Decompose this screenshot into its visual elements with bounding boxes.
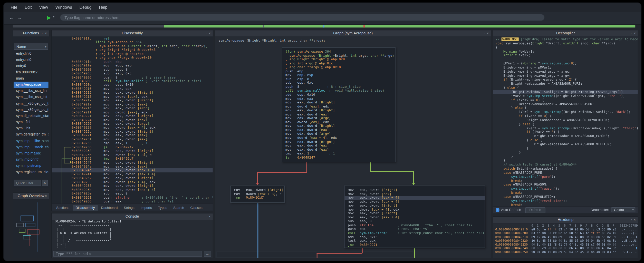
code-line[interactable]: sym.imp.printf("pure"); — [493, 175, 638, 179]
popout-icon[interactable]: ▫ — [630, 30, 633, 36]
code-line[interactable]: mov dword [eax], edx — [282, 104, 395, 108]
code-line[interactable]: Bright->morning->saved_argc = argc; — [493, 70, 638, 74]
code-line[interactable]: mov edx, dword [eax + 4] — [344, 200, 485, 204]
code-line[interactable]: } — [493, 151, 638, 155]
tab-imports[interactable]: Imports — [138, 205, 155, 210]
code-line[interactable]: jmp 0x80492d7 — [231, 196, 284, 200]
code-line[interactable]: Bright->ambassador = AMBASSADOR_REVOLUTI… — [493, 118, 638, 122]
code-line[interactable]: Bright->morning->saved_argv = argv; — [493, 74, 638, 78]
graph-view[interactable]: sym.Aeropause (Bright *Bright, int argc,… — [215, 36, 491, 258]
code-line[interactable]: (fcn) sym.Aeropause 364 — [282, 50, 395, 54]
function-list-item[interactable]: main — [14, 75, 49, 82]
function-list-item[interactable]: fcn.080490c7 — [14, 69, 49, 75]
code-line[interactable]: } — [493, 154, 638, 159]
code-line[interactable]: sub esp, 8 — [344, 219, 485, 223]
function-list-item[interactable]: sym.imp.printf — [14, 157, 49, 163]
code-line[interactable]: mov dword [eax + 4], edx — [282, 136, 395, 140]
code-line[interactable]: cmp eax, 1 ; 1 — [282, 152, 395, 155]
code-line[interactable]: Bright->ambassador = AMBASSADOR_PURE; — [493, 82, 638, 86]
tab-dashboard[interactable]: Dashboard — [98, 205, 120, 210]
code-line[interactable]: Bright->morning = pMVar1; — [493, 66, 638, 70]
code-line[interactable]: Bright->ambassador = AMBASSADOR_ECHOES; — [493, 134, 638, 139]
close-icon[interactable]: × — [633, 217, 637, 223]
code-line[interactable]: ; arg int argc @ ebp+0xc — [282, 61, 395, 65]
function-list-item[interactable]: entry.init0 — [14, 57, 49, 63]
function-list-item[interactable]: sym.deregister_tm_clones — [14, 132, 49, 138]
function-list-item[interactable]: sym.__libc_csu_init — [14, 94, 49, 100]
menu-debug[interactable]: Debug — [76, 3, 95, 12]
code-line[interactable]: mov ebp, esp — [282, 73, 395, 77]
menu-edit[interactable]: Edit — [21, 3, 35, 12]
address-search-input[interactable] — [60, 14, 545, 21]
popout-icon[interactable]: ▫ — [483, 30, 486, 36]
disassembly-titlebar[interactable]: Disassembly ▫× — [52, 30, 213, 37]
code-line[interactable]: call sym.imp.malloc ; void *malloc(size_… — [282, 89, 395, 93]
code-line[interactable]: push 8 ; 8 ; size_t size — [282, 85, 395, 89]
hexdump-row[interactable]: 0x0000000008049230 00 8b 00 83 f8 01 77 … — [493, 243, 638, 247]
console-command-input[interactable] — [53, 251, 202, 257]
code-line[interactable]: if (iVar2 == 0) { — [493, 114, 638, 118]
code-line[interactable]: iVar2 = sym.imp.strcmp((Bright->window).… — [493, 94, 638, 98]
close-icon[interactable]: × — [633, 30, 637, 36]
auto-refresh-checkbox[interactable]: ✓ — [496, 208, 499, 212]
graph-overview-titlebar[interactable]: Graph Overview ▫× — [13, 193, 49, 200]
hexdump-row[interactable]: 0x0000000008049250 50 04 8b 45 08 89 50 … — [493, 250, 638, 254]
decompiler-engine-select[interactable]: Ghidra ▾ — [611, 207, 635, 212]
function-list-item[interactable]: sym.__x86.get_pc_thunk.bx — [14, 107, 49, 113]
function-list-item[interactable]: sym.imp.strcmp — [14, 163, 49, 169]
code-line[interactable]: int32_t iVar2; — [493, 54, 638, 58]
code-line[interactable]: jne 0x804927f — [344, 243, 485, 247]
function-list-item[interactable]: sym.__x86.get_pc_thunk.bp — [14, 100, 49, 106]
function-list-item[interactable]: sym.dl_relocate_static_pie — [14, 113, 49, 119]
code-line[interactable]: ; arg char **argv @ ebp+0x10 — [282, 65, 395, 69]
back-button[interactable]: ← — [8, 14, 15, 21]
tab-search[interactable]: Search — [170, 205, 187, 210]
functions-sort-header[interactable]: Name ▾ — [14, 44, 48, 50]
decompiler-titlebar[interactable]: Decompiler ▫× — [493, 30, 638, 37]
menu-view[interactable]: View — [35, 3, 52, 12]
code-line[interactable]: mov eax, dword [Bright] — [282, 140, 395, 144]
code-line[interactable]: mov eax, dword [eax] — [282, 148, 395, 151]
graph-scrollbar[interactable] — [216, 252, 413, 257]
code-line[interactable]: break; — [493, 179, 638, 183]
code-line[interactable]: mov eax, dword [Bright] — [231, 188, 284, 192]
tab-strings[interactable]: Strings — [121, 205, 137, 210]
functions-panel-titlebar[interactable]: Functions ▫× — [13, 30, 49, 37]
code-line[interactable]: mov dword [eax], edx — [282, 120, 395, 124]
code-line[interactable]: mov eax, dword [eax + 4] — [344, 196, 485, 200]
forward-button[interactable]: → — [16, 14, 23, 21]
code-line[interactable]: 0x08049266 push eax ; const char *s1 — [52, 200, 213, 203]
tab-types[interactable]: Types — [155, 205, 170, 210]
function-list-item[interactable]: sym._fini — [14, 119, 49, 125]
code-line[interactable]: Morning *pMVar1; — [493, 50, 638, 54]
tab-classes[interactable]: Classes — [187, 205, 205, 210]
code-line[interactable]: sym.Aeropause (Bright *Bright, int argc,… — [282, 54, 395, 57]
code-line[interactable]: iVar2 = sym.imp.strcmp((Bright->window).… — [493, 110, 638, 114]
code-line[interactable]: case AMBASSADOR_REVOLUTION: — [493, 195, 638, 199]
popout-icon[interactable]: ▫ — [41, 193, 44, 199]
code-line[interactable]: pMVar1 = (Morning *)sym.imp.malloc(8); — [493, 62, 638, 66]
code-line[interactable]: sym.imp.printf("reason"); — [493, 187, 638, 191]
refresh-button[interactable]: Refresh — [525, 207, 545, 213]
code-line[interactable]: sym.imp.printf("revolution"); — [493, 199, 638, 203]
console-titlebar[interactable]: Console ▫× — [52, 213, 213, 220]
code-line[interactable]: mov eax, dword [eax] — [344, 192, 485, 196]
menu-windows[interactable]: Windows — [52, 3, 76, 12]
tab-disassembly[interactable]: Disassembly — [73, 205, 98, 210]
code-line[interactable]: sub esp, 0xc — [282, 81, 395, 85]
popout-icon[interactable]: ▫ — [205, 213, 208, 220]
hexdump-row[interactable]: 0x00000000080491f0 e8 6b fe ff ff 83 c4 … — [493, 228, 638, 231]
menu-file[interactable]: File — [7, 3, 21, 12]
code-line[interactable]: } — [493, 147, 638, 151]
function-list-item[interactable]: entry0 — [14, 63, 49, 69]
debug-start-icon[interactable]: ▶ — [47, 14, 51, 21]
code-line[interactable]: mov eax, dword [Bright] — [344, 211, 485, 215]
function-list-item[interactable]: sym.imp.__stack_chk_fail — [14, 144, 49, 150]
code-line[interactable]: mov eax, dword [eax] — [282, 144, 395, 148]
code-line[interactable]: iVar2 = sym.imp.strcmp((Bright->window).… — [493, 126, 638, 130]
hexdump-row[interactable]: 0x0000000008049200 83 ec 08 83 ec 0c 6a … — [493, 231, 638, 235]
code-line[interactable]: ja 0x8049247 — [282, 155, 395, 159]
hexdump-titlebar[interactable]: Hexdump ▫× — [493, 217, 638, 223]
code-line[interactable]: (Bright->window).sunlight = Bright->morn… — [493, 90, 638, 94]
code-line[interactable] — [493, 57, 638, 62]
